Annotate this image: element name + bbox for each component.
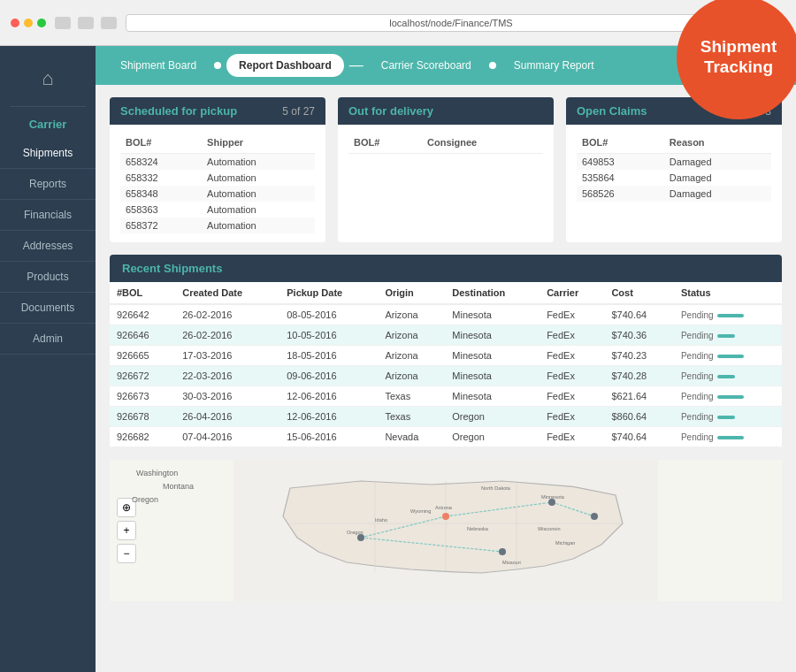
table-row[interactable]: 92666517-03-201618-05-2016ArizonaMinesot…	[110, 346, 782, 366]
window-controls	[11, 19, 46, 27]
minimize-dot[interactable]	[24, 19, 33, 27]
col-carrier: Carrier	[540, 282, 604, 304]
shipment-tracking-badge: Shipment Tracking	[677, 0, 796, 119]
tab-report-dashboard[interactable]: Report Dashboard	[226, 54, 344, 77]
scheduled-pickup-title: Scheduled for pickup	[120, 104, 237, 118]
out-for-delivery-card: Out for delivery BOL# Consignee	[338, 97, 554, 242]
app-container: ⌂ Carrier Shipments Reports Financials A…	[0, 46, 796, 672]
scheduled-pickup-table: BOL# Shipper 658324Automation658332Autom…	[120, 134, 315, 233]
out-for-delivery-title: Out for delivery	[348, 104, 433, 118]
status-bar	[717, 436, 744, 439]
table-row[interactable]: 92667826-04-201612-06-2016TexasOregonFed…	[110, 407, 782, 427]
table-row[interactable]: 649853Damaged	[577, 154, 771, 171]
tab-connector-dot-2	[489, 62, 496, 69]
svg-text:North Dakota: North Dakota	[481, 485, 511, 491]
table-row[interactable]: 658363Automation	[120, 202, 315, 218]
status-text: Pending	[681, 310, 714, 320]
col-bol: BOL#	[120, 134, 202, 154]
cards-row: Scheduled for pickup 5 of 27 BOL# Shippe…	[110, 97, 782, 242]
table-row[interactable]: 568526Damaged	[577, 186, 771, 202]
sidebar-item-shipments[interactable]: Shipments	[0, 138, 96, 169]
table-row[interactable]: 658332Automation	[120, 170, 315, 186]
svg-point-12	[591, 513, 598, 520]
sidebar-item-reports[interactable]: Reports	[0, 169, 96, 200]
sidebar-item-addresses[interactable]: Addresses	[0, 231, 96, 262]
table-row[interactable]: 658348Automation	[120, 186, 315, 202]
map-placeholder: Arizona Oregon Minnesota North Dakota Wy…	[110, 460, 782, 601]
url-bar[interactable]: localhost/node/Finance/TMS	[126, 14, 777, 32]
status-text: Pending	[681, 432, 714, 442]
sidebar-item-admin[interactable]: Admin	[0, 324, 96, 355]
status-text: Pending	[681, 351, 714, 361]
table-row[interactable]: 92667222-03-201609-06-2016ArizonaMinesot…	[110, 366, 782, 386]
svg-text:Arizona: Arizona	[435, 505, 453, 510]
open-claims-table: BOL# Reason 649853Damaged535864Damaged56…	[577, 134, 771, 202]
map-area: Arizona Oregon Minnesota North Dakota Wy…	[110, 460, 782, 601]
map-zoom-out-button[interactable]: −	[117, 544, 136, 563]
table-row[interactable]: 92664226-02-201608-05-2016ArizonaMinesot…	[110, 304, 782, 325]
status-bar	[717, 416, 735, 419]
shipments-table: #BOL Created Date Pickup Date Origin Des…	[110, 282, 782, 447]
status-bar	[717, 314, 744, 317]
svg-text:Michigan: Michigan	[555, 540, 575, 546]
out-for-delivery-body: BOL# Consignee	[338, 125, 554, 231]
svg-text:Oregon: Oregon	[347, 530, 364, 535]
map-controls: ⊕ + −	[117, 498, 136, 563]
map-label-montana: Montana	[163, 482, 194, 491]
table-row[interactable]: 92668207-04-201615-06-2016NevadaOregonFe…	[110, 427, 782, 447]
sidebar-home-button[interactable]: ⌂	[29, 55, 65, 103]
map-label-washington: Washington	[136, 469, 178, 477]
sidebar-divider	[10, 106, 86, 107]
status-bar	[717, 334, 735, 338]
nav-controls	[55, 17, 117, 29]
recent-shipments-header: Recent Shipments	[110, 255, 782, 282]
table-row[interactable]: 658372Automation	[120, 218, 315, 233]
tracking-badge-line2: Tracking	[704, 57, 773, 78]
scheduled-pickup-header: Scheduled for pickup 5 of 27	[110, 97, 325, 125]
svg-text:Nebraska: Nebraska	[467, 526, 489, 531]
shipments-table-wrapper: #BOL Created Date Pickup Date Origin Des…	[110, 282, 782, 447]
back-button[interactable]	[55, 17, 71, 29]
col-reason: Reason	[664, 134, 771, 154]
sidebar-item-documents[interactable]: Documents	[0, 293, 96, 324]
open-claims-body: BOL# Reason 649853Damaged535864Damaged56…	[566, 125, 782, 231]
out-for-delivery-header: Out for delivery	[338, 97, 554, 125]
sidebar-item-financials[interactable]: Financials	[0, 200, 96, 231]
scheduled-pickup-count: 5 of 27	[282, 105, 315, 118]
table-row[interactable]: 92667330-03-201612-06-2016TexasMinesotaF…	[110, 386, 782, 407]
status-text: Pending	[681, 412, 714, 422]
status-text: Pending	[681, 331, 714, 340]
col-destination: Destination	[445, 282, 540, 304]
col-status: Status	[674, 282, 782, 304]
tab-carrier-scoreboard[interactable]: Carrier Scoreboard	[369, 54, 484, 77]
sidebar-item-products[interactable]: Products	[0, 262, 96, 293]
scheduled-pickup-body: BOL# Shipper 658324Automation658332Autom…	[110, 125, 325, 242]
scheduled-pickup-card: Scheduled for pickup 5 of 27 BOL# Shippe…	[110, 97, 325, 242]
tab-connector-dot-1	[214, 62, 221, 69]
tab-summary-report[interactable]: Summary Report	[501, 54, 607, 77]
svg-point-10	[357, 534, 364, 541]
shipments-table-body: 92664226-02-201608-05-2016ArizonaMinesot…	[110, 304, 782, 447]
table-row[interactable]: 658324Automation	[120, 154, 315, 171]
table-row[interactable]: 535864Damaged	[577, 170, 771, 186]
col-bol-oc: BOL#	[577, 134, 664, 154]
svg-text:Minnesota: Minnesota	[541, 494, 565, 500]
tab-shipment-board[interactable]: Shipment Board	[108, 54, 209, 77]
svg-point-13	[499, 548, 506, 555]
maximize-dot[interactable]	[37, 19, 46, 27]
forward-button[interactable]	[78, 17, 94, 29]
sidebar-carrier-label: Carrier	[26, 111, 71, 138]
status-text: Pending	[681, 392, 714, 401]
table-row[interactable]: 92664626-02-201610-05-2016ArizonaMinesot…	[110, 325, 782, 346]
col-bol-num: #BOL	[110, 282, 175, 304]
svg-point-11	[548, 499, 555, 506]
close-dot[interactable]	[11, 19, 19, 27]
recent-shipments-section: Recent Shipments #BOL Created Date Picku…	[110, 255, 782, 447]
shipments-table-head: #BOL Created Date Pickup Date Origin Des…	[110, 282, 782, 304]
svg-text:Idaho: Idaho	[375, 517, 387, 523]
col-cost: Cost	[604, 282, 673, 304]
map-zoom-in-button[interactable]: +	[117, 521, 136, 540]
home-icon: ⌂	[42, 67, 53, 89]
svg-text:Wyoming: Wyoming	[410, 508, 431, 514]
refresh-button[interactable]	[101, 17, 117, 29]
